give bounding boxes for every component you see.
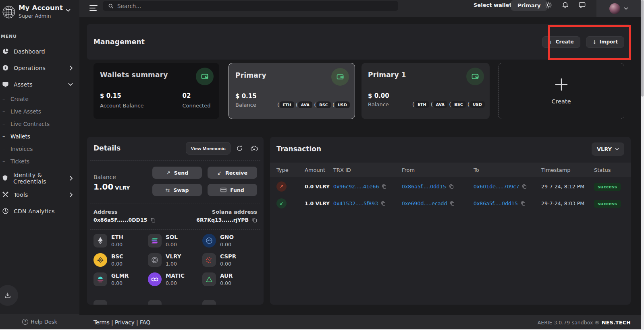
solana-address-label: Solana address [212, 209, 257, 215]
view-mnemonic-button[interactable]: View Mnemonic [186, 142, 231, 155]
shield-icon [2, 175, 8, 182]
cspr-token-icon [202, 253, 216, 267]
wallet-address: 0x86a5F......0DD15 [93, 217, 156, 223]
sidebar-item-operations[interactable]: Operations [0, 60, 79, 76]
management-section: Management + Create ↓ Import [87, 24, 631, 60]
vlry-token-icon [148, 253, 162, 267]
selected-wallet-button[interactable]: Primary [511, 0, 548, 11]
brand-logo-icon [1, 4, 17, 20]
copy-icon[interactable] [252, 217, 257, 223]
copy-icon[interactable] [382, 184, 386, 189]
wallet-card-primary[interactable]: Primary $ 0.15 Balance (ETH (AVA (BSC (U… [229, 63, 355, 119]
receive-button[interactable]: ↙ Receive [208, 167, 257, 179]
transaction-row[interactable]: ↙ 1.0 VLRY 0x41532.....5f893 0xe690d....… [270, 195, 631, 212]
transaction-table-header: Type Amount TRX ID From To Timestamp Sta… [270, 163, 631, 177]
dash-icon: – [2, 121, 8, 127]
account-balance-stat: $ 0.15 Account Balance [100, 92, 143, 109]
trx-id-link[interactable]: 0x41532.....5f893 [333, 200, 378, 206]
token-bsc: BSC0.00 [93, 253, 145, 267]
profile-menu[interactable] [596, 0, 641, 17]
transaction-filter-dropdown[interactable]: VLRY [592, 142, 624, 156]
from-address-link[interactable]: 0xe690d.....ecadd [402, 200, 447, 206]
sidebar-subitem-create[interactable]: – Create [0, 93, 79, 105]
token-gno: GNO0.00 [202, 234, 254, 248]
sidebar-subitem-tickets[interactable]: – Tickets [0, 155, 79, 167]
fund-button[interactable]: Fund [208, 184, 257, 196]
chevron-down-icon [68, 83, 73, 86]
balance-label: Balance [93, 174, 116, 180]
bsc-token-icon [93, 253, 107, 267]
scrollbar-thumb[interactable] [641, 0, 644, 97]
tx-timestamp: 29-7-24, 8:03 PM [541, 200, 594, 206]
token-sol: SOL0.00 [148, 234, 199, 248]
from-address-link[interactable]: 0x86a5f.....0dd15 [402, 184, 446, 190]
copy-icon[interactable] [381, 201, 386, 206]
to-address-link[interactable]: 0x601de.....709c7 [474, 184, 519, 190]
chevron-right-icon [70, 66, 73, 70]
account-switcher[interactable]: My Account Super Admin [0, 0, 79, 20]
sidebar-subitem-live-contracts[interactable]: – Live Contracts [0, 118, 79, 130]
help-icon: ? [22, 319, 28, 325]
arrow-down-left-icon: ↙ [217, 170, 222, 176]
matic-token-icon [148, 272, 162, 286]
tx-from-cell: 0x86a5f.....0dd15 [402, 184, 474, 190]
cloud-download-icon[interactable] [250, 145, 258, 152]
download-icon [4, 292, 11, 299]
copy-icon[interactable] [521, 201, 526, 206]
arrow-up-right-icon: ↗ [166, 170, 170, 176]
to-address-link[interactable]: 0x86a5f.....0dd15 [474, 200, 518, 206]
help-desk-label: Help Desk [31, 319, 57, 325]
chip-usd: USD [470, 101, 485, 108]
import-wallet-button[interactable]: ↓ Import [586, 36, 624, 48]
status-badge: success [594, 200, 621, 208]
swap-button[interactable]: ⇆ Swap [152, 184, 202, 196]
chip-eth: ETH [415, 101, 429, 108]
refresh-icon[interactable] [236, 145, 243, 152]
sidebar-item-identity-credentials[interactable]: Identity & Credentials [0, 170, 79, 186]
footer-links[interactable]: Terms | Privacy | FAQ [93, 319, 150, 326]
aur-token-icon [202, 272, 216, 286]
wallet-card-primary-1[interactable]: Primary 1 $ 0.00 Balance (ETH (AVA (BSC … [361, 63, 490, 119]
dash-icon: – [2, 133, 8, 139]
footer-version: AERIE 3.0.79-sandbox ® [538, 320, 600, 326]
hamburger-menu-icon[interactable] [89, 5, 98, 11]
help-desk-link[interactable]: ? Help Desk [0, 314, 79, 329]
chevron-down-icon [615, 148, 619, 151]
sidebar-item-assets[interactable]: Assets [0, 76, 79, 93]
topbar: Select wallet Primary [79, 0, 641, 17]
chain-chips: (ETH (AVA (BSC (USD [411, 101, 485, 108]
search-icon [108, 3, 114, 9]
tx-id-cell: 0x96c92.....41e66 [333, 184, 402, 190]
sidebar-subitem-wallets[interactable]: – Wallets [0, 130, 79, 142]
create-wallet-card[interactable]: Create [498, 63, 624, 119]
analytics-clock-icon [2, 208, 9, 214]
select-wallet-label: Select wallet [474, 2, 512, 8]
download-fab-button[interactable] [0, 285, 18, 306]
details-title: Details [93, 144, 120, 152]
send-direction-icon: ↗ [276, 182, 287, 192]
sidebar-subitem-invoices[interactable]: – Invoices [0, 142, 79, 155]
trx-id-link[interactable]: 0x96c92.....41e66 [333, 184, 379, 190]
arrow-down-icon: ↓ [592, 39, 597, 45]
solana-address: 6R7Kq13......rjYPB [196, 217, 257, 223]
transaction-row[interactable]: ↗ 0.0 VLRY 0x96c92.....41e66 0x86a5f....… [270, 178, 631, 195]
footer: Terms | Privacy | FAQ AERIE 3.0.79-sandb… [79, 315, 641, 330]
copy-icon[interactable] [450, 201, 455, 206]
search-input[interactable] [117, 3, 375, 9]
theme-sun-icon[interactable] [545, 1, 553, 9]
send-button[interactable]: ↗ Send [152, 167, 202, 179]
page-scrollbar[interactable] [641, 0, 644, 330]
chain-chips: (ETH (AVA (BSC (USD [276, 101, 350, 108]
token-cspr: CSPR0.00 [202, 253, 254, 267]
sidebar-item-cdn-analytics[interactable]: CDN Analytics [0, 203, 79, 219]
notifications-bell-icon[interactable] [561, 1, 569, 9]
sidebar-item-dashboard[interactable]: Dashboard [0, 43, 79, 60]
copy-icon[interactable] [449, 184, 454, 189]
create-wallet-button[interactable]: + Create [542, 36, 580, 48]
sidebar-item-tools[interactable]: Tools [0, 186, 79, 203]
search-bar[interactable] [103, 1, 398, 11]
chat-icon[interactable] [578, 1, 586, 9]
sidebar-subitem-live-assets[interactable]: – Live Assets [0, 105, 79, 118]
copy-icon[interactable] [150, 217, 156, 223]
copy-icon[interactable] [522, 184, 527, 189]
